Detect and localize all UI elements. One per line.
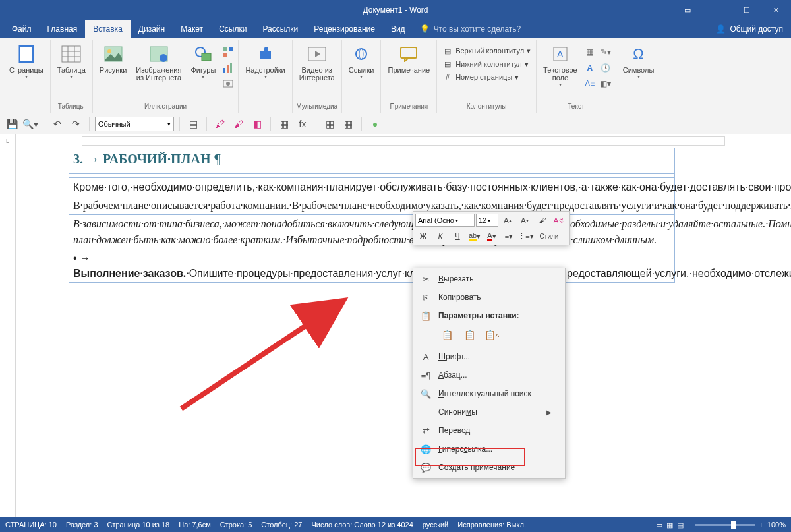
font-combo[interactable]: Arial (Осно▾ bbox=[415, 214, 475, 227]
shrink-font-button[interactable]: A▾ bbox=[517, 213, 533, 227]
status-line[interactable]: Строка: 5 bbox=[220, 521, 252, 529]
smartart-button[interactable] bbox=[221, 45, 235, 59]
shapes-button[interactable]: Фигуры▾ bbox=[187, 42, 220, 81]
tab-design[interactable]: Дизайн bbox=[131, 20, 173, 38]
menu-font[interactable]: AШрифт... bbox=[413, 347, 565, 366]
tab-layout[interactable]: Макет bbox=[173, 20, 211, 38]
view-web-button[interactable]: ▤ bbox=[677, 521, 684, 529]
paste-text-only[interactable]: 📋A bbox=[483, 326, 500, 343]
menu-smart-lookup[interactable]: 🔍Интеллектуальный поиск bbox=[413, 384, 565, 403]
zoom-out-button[interactable]: − bbox=[688, 521, 691, 529]
screenshot-button[interactable] bbox=[221, 76, 235, 91]
status-page[interactable]: СТРАНИЦА: 10 bbox=[5, 521, 57, 529]
status-column[interactable]: Столбец: 27 bbox=[261, 521, 302, 529]
links-button[interactable]: Ссылки▾ bbox=[345, 42, 378, 81]
redo-button[interactable]: ↷ bbox=[68, 116, 84, 132]
eraser-button[interactable]: ◧ bbox=[249, 116, 265, 132]
styles-button[interactable]: Стили bbox=[535, 229, 563, 243]
menu-paragraph[interactable]: ≡¶Абзац... bbox=[413, 366, 565, 384]
bullets-button[interactable]: ≡▾ bbox=[501, 229, 517, 243]
footer-button[interactable]: ▤Нижний колонтитул▾ bbox=[440, 58, 533, 70]
wordart-button[interactable]: A bbox=[583, 61, 597, 75]
status-language[interactable]: русский bbox=[423, 521, 448, 529]
numbering-button[interactable]: ⋮≡▾ bbox=[518, 229, 534, 243]
status-position[interactable]: На: 7,6см bbox=[179, 521, 211, 529]
header-button[interactable]: ▤Верхний колонтитул▾ bbox=[440, 45, 533, 57]
borders-button[interactable]: ▦ bbox=[276, 116, 292, 132]
quickparts-button[interactable]: ▦ bbox=[583, 45, 597, 59]
zoom-slider[interactable] bbox=[695, 524, 755, 526]
maximize-button[interactable]: ☐ bbox=[732, 0, 761, 20]
new-comment-icon: 💬 bbox=[420, 461, 432, 473]
grow-font-button[interactable]: A▴ bbox=[500, 213, 515, 227]
status-words[interactable]: Число слов: Слово 12 из 4024 bbox=[311, 521, 413, 529]
status-track-changes[interactable]: Исправления: Выкл. bbox=[457, 521, 526, 529]
addins-button[interactable]: Надстройки▾ bbox=[241, 42, 289, 81]
view-read-button[interactable]: ▭ bbox=[656, 521, 662, 529]
menu-cut[interactable]: ✂Вырезать bbox=[413, 270, 565, 288]
tab-view[interactable]: Вид bbox=[383, 20, 413, 38]
italic-button[interactable]: К bbox=[432, 229, 448, 243]
find-button[interactable]: 🔍▾ bbox=[22, 116, 38, 132]
status-section[interactable]: Раздел: 3 bbox=[66, 521, 98, 529]
highlight-pink-button[interactable]: 🖍 bbox=[212, 116, 228, 132]
style-combo[interactable]: Обычный▾ bbox=[95, 117, 174, 131]
menu-copy[interactable]: ⎘Копировать bbox=[413, 288, 565, 307]
menu-new-comment[interactable]: 💬Создать примечание bbox=[413, 458, 565, 477]
datetime-button[interactable]: 🕓 bbox=[599, 61, 613, 75]
vertical-ruler[interactable] bbox=[0, 148, 16, 525]
document-view[interactable]: 3. → РАБОЧИЙ·ПЛАН ¶ Кроме·того,·необходи… bbox=[16, 148, 791, 525]
symbols-button[interactable]: Ω Символы▾ bbox=[619, 42, 659, 81]
menu-font-label: Шрифт... bbox=[438, 352, 470, 361]
formula-button[interactable]: fx bbox=[295, 116, 310, 132]
share-button[interactable]: 👤 Общий доступ bbox=[708, 20, 791, 38]
dropcap-button[interactable]: A≡ bbox=[583, 76, 597, 91]
menu-synonyms[interactable]: Синонимы▶ bbox=[413, 403, 565, 421]
minimize-button[interactable]: — bbox=[702, 0, 732, 20]
online-pictures-button[interactable]: Изображения из Интернета bbox=[132, 42, 185, 83]
comment-button[interactable]: Примечание bbox=[384, 42, 434, 75]
window-title: Документ1 - Word bbox=[363, 5, 428, 15]
clear-format-button[interactable]: A↯ bbox=[551, 213, 567, 227]
save-button[interactable]: 💾 bbox=[4, 116, 20, 132]
ribbon-min-icon[interactable]: ▭ bbox=[672, 0, 702, 20]
close-button[interactable]: ✕ bbox=[761, 0, 791, 20]
horizontal-ruler[interactable] bbox=[16, 134, 791, 148]
tell-me-search[interactable]: 💡 Что вы хотите сделать? bbox=[413, 20, 709, 38]
list-button[interactable]: ▤ bbox=[185, 116, 201, 132]
menu-hyperlink[interactable]: 🌐Гиперссылка... bbox=[413, 440, 565, 458]
pictures-button[interactable]: Рисунки bbox=[96, 42, 131, 75]
tab-file[interactable]: Файл bbox=[4, 20, 40, 38]
online-video-button[interactable]: Видео из Интернета bbox=[295, 42, 339, 83]
signature-button[interactable]: ✎▾ bbox=[599, 45, 613, 59]
size-combo[interactable]: 12▾ bbox=[476, 214, 498, 227]
pages-button[interactable]: Страницы▾ bbox=[5, 42, 47, 81]
view-print-button[interactable]: ▦ bbox=[666, 521, 673, 529]
menu-translate[interactable]: ⇄Перевод bbox=[413, 421, 565, 440]
object-button[interactable]: ◧▾ bbox=[599, 76, 613, 91]
tab-mailings[interactable]: Рассылки bbox=[254, 20, 306, 38]
highlight-pink2-button[interactable]: 🖌 bbox=[231, 116, 247, 132]
status-page-of[interactable]: Страница 10 из 18 bbox=[107, 521, 170, 529]
tab-review[interactable]: Рецензирование bbox=[306, 20, 383, 38]
undo-button[interactable]: ↶ bbox=[49, 116, 65, 132]
shading2-button[interactable]: ▦ bbox=[340, 116, 356, 132]
table-button[interactable]: Таблица▾ bbox=[53, 42, 90, 81]
font-color-button[interactable]: A▾ bbox=[484, 229, 500, 243]
underline-button[interactable]: Ч bbox=[450, 229, 465, 243]
zoom-in-button[interactable]: + bbox=[759, 521, 763, 529]
tab-home[interactable]: Главная bbox=[40, 20, 86, 38]
paste-merge[interactable]: 📋 bbox=[461, 326, 478, 343]
record-button[interactable]: ● bbox=[367, 116, 383, 132]
chart-button[interactable] bbox=[221, 61, 235, 75]
highlight-button[interactable]: ab▾ bbox=[467, 229, 483, 243]
shading1-button[interactable]: ▦ bbox=[322, 116, 337, 132]
page-number-button[interactable]: #Номер страницы▾ bbox=[440, 71, 533, 83]
tab-references[interactable]: Ссылки bbox=[211, 20, 254, 38]
bold-button[interactable]: Ж bbox=[415, 229, 431, 243]
tab-insert[interactable]: Вставка bbox=[85, 20, 131, 38]
paste-keep-source[interactable]: 📋 bbox=[438, 326, 455, 343]
format-painter-button[interactable]: 🖌 bbox=[534, 213, 550, 227]
textbox-button[interactable]: A Текстовое поле▾ bbox=[539, 42, 581, 89]
zoom-level[interactable]: 100% bbox=[767, 521, 786, 529]
